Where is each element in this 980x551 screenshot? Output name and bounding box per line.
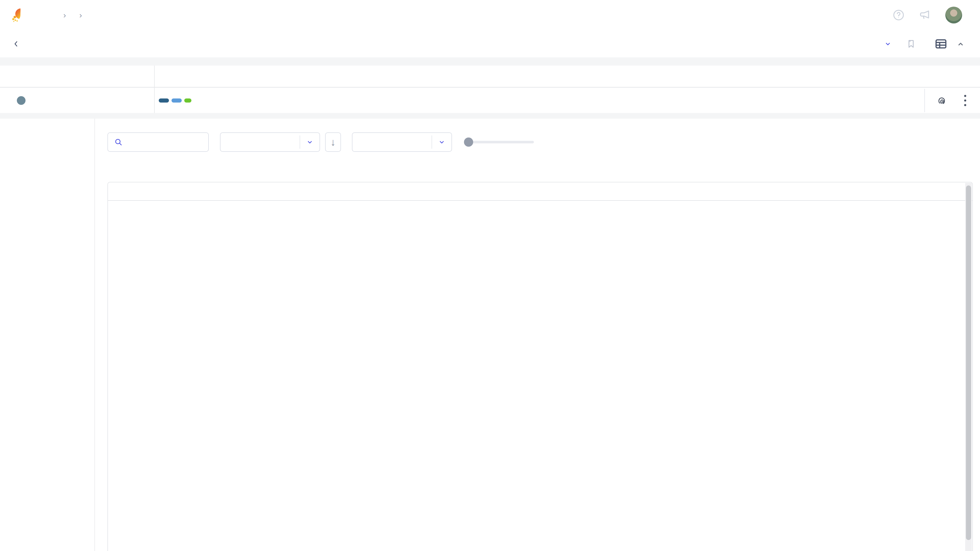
collapse-chevron-icon[interactable] <box>956 39 966 49</box>
column-divider <box>154 65 155 113</box>
tag-more-pill[interactable] <box>184 98 191 103</box>
comet-logo-icon <box>10 7 27 23</box>
bookmark-icon <box>906 39 916 49</box>
scrollbar-thumb[interactable] <box>966 186 971 540</box>
sort-by-select[interactable] <box>220 132 320 152</box>
divider-band <box>0 113 980 119</box>
breadcrumb-separator: › <box>63 11 66 20</box>
breadcrumb: › › <box>57 11 89 20</box>
group-by-select[interactable] <box>352 132 452 152</box>
experiment-toolbar <box>0 30 980 57</box>
row-menu-kebab-icon[interactable] <box>963 94 968 108</box>
table-view-icon[interactable] <box>934 37 948 51</box>
chevron-down-icon <box>884 40 892 48</box>
avatar[interactable] <box>945 6 962 24</box>
search-input[interactable] <box>127 138 204 147</box>
experiment-sidebar <box>0 119 95 551</box>
breadcrumb-separator: › <box>80 11 82 20</box>
chevron-down-icon <box>306 138 313 146</box>
experiment-tags <box>154 98 234 103</box>
top-bar: › › <box>0 0 980 30</box>
back-chevron-icon <box>12 40 20 48</box>
table-scrollbar[interactable] <box>965 183 972 551</box>
fingerprint-icon <box>936 95 947 106</box>
view-selector-dropdown[interactable] <box>880 40 892 48</box>
experiment-status-dot <box>17 96 25 105</box>
save-view-button[interactable] <box>906 39 920 49</box>
chevron-down-icon <box>438 138 445 146</box>
comet-logo[interactable] <box>10 7 30 23</box>
search-input-box <box>107 132 209 152</box>
sort-direction-button[interactable]: ↓ <box>325 132 341 152</box>
audio-table <box>107 182 973 551</box>
step-slider[interactable] <box>465 141 534 143</box>
experiment-row <box>0 88 980 113</box>
divider-band <box>0 57 980 65</box>
tag-pill[interactable] <box>172 98 182 103</box>
tag-pill[interactable] <box>159 98 169 103</box>
search-icon <box>114 138 123 146</box>
step-slider-handle[interactable] <box>464 138 473 147</box>
experiment-table-header <box>0 65 980 87</box>
help-icon[interactable] <box>892 9 905 21</box>
return-to-project-button[interactable] <box>12 40 24 48</box>
reproduce-button[interactable] <box>936 95 951 106</box>
divider <box>924 89 925 112</box>
announcements-icon[interactable] <box>918 8 932 22</box>
audio-table-header <box>108 183 972 201</box>
